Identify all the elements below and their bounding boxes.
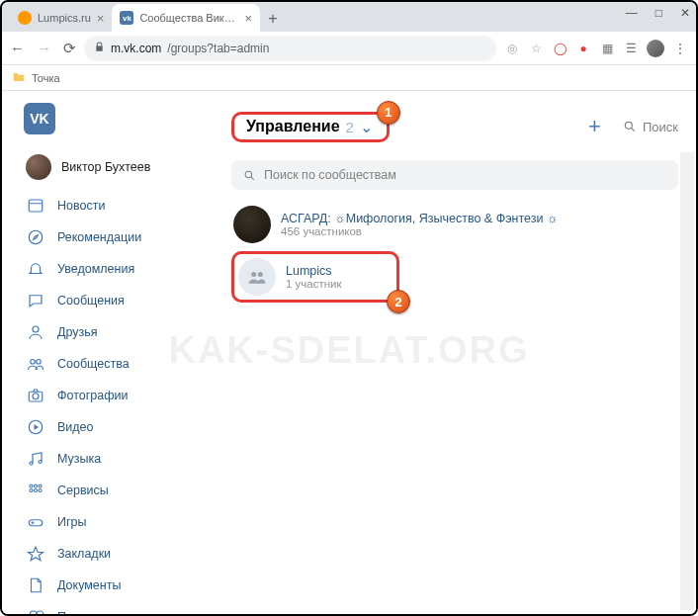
svg-point-18 [39,489,42,492]
svg-marker-22 [29,547,44,561]
sidebar-item-bookmarks[interactable]: Закладки [20,538,208,570]
maximize-icon[interactable]: □ [655,6,662,20]
sidebar-item-news[interactable]: Новости [20,190,208,221]
compass-icon [26,227,45,247]
vk-logo[interactable]: VK [24,103,55,134]
tabs-row: Lumpics.ru × vk Сообщества Виктора Бухте… [2,2,696,32]
add-button[interactable]: + [580,114,609,139]
group-row[interactable]: АСГАРД: ☼Мифология, Язычество & Фэнтези … [231,198,678,251]
lock-icon [94,42,105,55]
search-placeholder: Поиск [643,120,678,134]
callout-badge-1: 1 [377,101,400,125]
sidebar-item-notif[interactable]: Уведомления [20,253,208,285]
sidebar-item-label: Музыка [57,452,101,466]
close-icon[interactable]: × [244,11,252,26]
sidebar-item-friends[interactable]: Друзья [20,316,208,348]
star-icon [26,544,45,564]
sidebar: Виктор Бухтеев Новости Рекомендации Увед… [20,101,208,604]
url-host: m.vk.com [111,42,161,55]
group-title: Lumpics [286,264,342,278]
svg-point-27 [245,171,252,178]
sidebar-item-label: Уведомления [57,262,134,276]
svg-point-2 [29,230,43,244]
sidebar-item-msgs[interactable]: Сообщения [20,285,208,316]
sidebar-item-label: Фотографии [57,389,128,402]
play-icon [26,417,45,437]
close-icon[interactable]: ✕ [680,6,690,20]
sidebar-item-label: Игры [57,515,86,529]
nav-icons: ← → ⟳ [10,40,76,57]
sidebar-item-label: Сообщения [57,294,125,308]
star-icon[interactable]: ☆ [528,41,544,56]
svg-marker-10 [35,424,40,430]
svg-point-25 [625,122,632,129]
menu-icon[interactable]: ⋮ [672,41,688,56]
svg-point-12 [39,461,42,464]
new-tab-button[interactable]: + [260,6,286,32]
grid-icon [26,481,45,500]
svg-point-8 [33,394,39,399]
manage-count: 2 [346,119,354,135]
ext-icon[interactable]: ▦ [599,41,615,56]
search-icon [623,120,637,133]
browser-tab-inactive[interactable]: Lumpics.ru × [10,4,112,32]
news-icon [26,196,45,216]
sidebar-item-services[interactable]: Сервисы [20,475,208,506]
url-path: /groups?tab=admin [167,42,269,55]
bookmark-folder[interactable]: Точка [32,72,60,84]
forward-icon[interactable]: → [37,40,51,57]
heart-icon [26,607,45,614]
page-content: KAK-SDELAT.ORG VK Виктор Бухтеев Новости… [2,91,696,614]
svg-point-14 [35,484,38,487]
reload-icon[interactable]: ⟳ [63,40,76,57]
address-row: ← → ⟳ m.vk.com/groups?tab=admin ◎ ☆ ◯ ● … [2,32,696,65]
ext-icon[interactable]: ◎ [504,41,520,56]
sidebar-item-photos[interactable]: Фотографии [20,380,208,411]
user-icon [26,322,45,342]
sidebar-item-music[interactable]: Музыка [20,443,208,475]
svg-point-13 [30,484,33,487]
sidebar-item-recs[interactable]: Рекомендации [20,221,208,253]
back-icon[interactable]: ← [10,40,25,57]
sidebar-profile[interactable]: Виктор Бухтеев [20,150,208,184]
svg-point-30 [258,272,263,277]
svg-line-26 [632,129,635,132]
svg-point-15 [39,484,42,487]
sidebar-item-label: Документы [57,578,121,592]
favicon-vk: vk [120,11,133,25]
content-header: Управление 2 ⌄ 1 + Поиск [231,107,678,146]
profile-avatar-icon[interactable] [647,40,664,57]
svg-point-29 [251,272,256,277]
browser-tab-active[interactable]: vk Сообщества Виктора Бухтеева × [112,4,260,32]
ext-icon[interactable]: ☰ [623,41,639,56]
sidebar-item-games[interactable]: Игры [20,506,208,538]
sidebar-item-label: Новости [57,199,105,213]
ext-icon[interactable]: ● [575,41,591,56]
community-search-placeholder: Поиск по сообществам [264,168,396,182]
minimize-icon[interactable]: — [626,6,638,20]
community-search[interactable]: Поиск по сообществам [231,160,678,190]
music-icon [26,449,45,469]
browser-window: Lumpics.ru × vk Сообщества Виктора Бухте… [2,2,696,614]
sidebar-item-video[interactable]: Видео [20,411,208,443]
svg-point-5 [31,360,36,365]
manage-tab[interactable]: Управление 2 ⌄ 1 [231,112,390,142]
extension-icons: ◎ ☆ ◯ ● ▦ ☰ ⋮ [504,40,688,57]
svg-line-28 [251,177,254,180]
sidebar-item-liked[interactable]: Понравилось [20,601,208,614]
group-info: Lumpics 1 участник [286,264,342,290]
sidebar-item-label: Понравилось [57,610,134,614]
top-search[interactable]: Поиск [623,120,678,134]
tab-title: Lumpics.ru [38,12,91,24]
sidebar-item-groups[interactable]: Сообщества [20,348,208,380]
svg-point-6 [37,360,42,365]
close-icon[interactable]: × [97,11,105,26]
group-row-highlighted[interactable]: Lumpics 1 участник 2 [231,251,399,303]
address-bar[interactable]: m.vk.com/groups?tab=admin [84,36,496,61]
group-info: АСГАРД: ☼Мифология, Язычество & Фэнтези … [281,212,558,237]
svg-point-16 [30,489,33,492]
sidebar-item-docs[interactable]: Документы [20,570,208,601]
sidebar-item-label: Сообщества [57,357,130,371]
svg-point-4 [33,326,39,332]
opera-icon[interactable]: ◯ [552,41,567,56]
